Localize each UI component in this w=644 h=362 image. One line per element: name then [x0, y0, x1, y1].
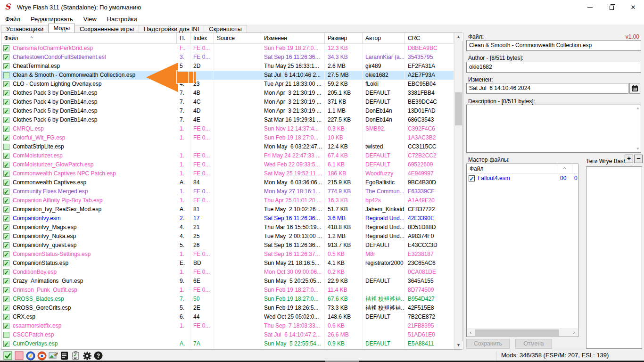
- cancel-button[interactable]: Отмена: [515, 339, 552, 349]
- image-edit-icon[interactable]: [48, 351, 58, 361]
- master-checkbox[interactable]: [469, 175, 475, 181]
- mod-row[interactable]: CRX.esp6.44Wed Oct 25 05:02:0...148.6 KB…: [1, 313, 454, 321]
- mod-row[interactable]: ComMoisturizer_GlowPatch.esp1.FE 0...Wed…: [1, 160, 454, 169]
- mod-checkbox-checked[interactable]: [3, 233, 9, 239]
- mod-checkbox-checked[interactable]: [3, 269, 9, 275]
- mod-checkbox-checked[interactable]: [3, 90, 9, 96]
- mod-row[interactable]: CharismaToCharmPerkGrid.espF..FE 0...Sun…: [1, 44, 454, 53]
- column-header[interactable]: Автор: [363, 33, 405, 43]
- description-textarea[interactable]: ▲ ▼: [466, 105, 641, 153]
- mod-row[interactable]: CompanionIvy_quest.esp5.26Sat Sep 16 11:…: [1, 241, 454, 250]
- scroll-down-arrow[interactable]: ▼: [454, 341, 462, 349]
- mod-row[interactable]: CROSS_GoreCrits.esp5.2ESun Feb 19 18:26:…: [1, 304, 454, 313]
- column-header[interactable]: CRC: [405, 33, 454, 43]
- mod-row[interactable]: Clothes Pack 5 by DonEb14n.esp7.4DMon Ap…: [1, 107, 454, 115]
- mod-checkbox-checked[interactable]: [3, 189, 9, 195]
- mod-row[interactable]: CumOverlays.espA.7ASun May 5 22:55:54...…: [1, 339, 454, 348]
- mod-row[interactable]: Colorful_Wit_FG.esp1.FE 0...Sun Feb 19 1…: [1, 133, 454, 142]
- mod-checkbox-unchecked[interactable]: [3, 144, 9, 150]
- author-input[interactable]: okie1682: [466, 62, 641, 73]
- mod-checkbox-checked[interactable]: [3, 287, 9, 293]
- save-button[interactable]: Сохранить: [466, 339, 510, 349]
- mod-row[interactable]: CMRQL.esp1.FE 0...Sun Nov 12 14:37:4...0…: [1, 124, 454, 133]
- mod-checkbox-checked[interactable]: [3, 206, 9, 213]
- clipboard-icon[interactable]: [71, 351, 81, 361]
- mod-row[interactable]: Companion_Ivy_RealSex_Mod.espA.81Tue May…: [1, 205, 454, 214]
- document-icon[interactable]: [59, 351, 69, 361]
- add-tag-button[interactable]: +: [625, 155, 633, 163]
- master-row[interactable]: Fallout4.esm000: [467, 174, 578, 183]
- mod-row[interactable]: CompanionIvy.esm2.17Sat Sep 16 11:26:36.…: [1, 214, 454, 223]
- pink-square-icon[interactable]: [14, 351, 24, 361]
- mod-row[interactable]: CompanionIvy_Mags.esp4.21Thu Mar 16 15:5…: [1, 223, 454, 232]
- desc-scroll-down-icon[interactable]: ▼: [636, 147, 640, 151]
- tab[interactable]: Сохраненные игры: [74, 25, 139, 33]
- mod-row[interactable]: CompanionIvy_Nuka.esp4.25Tue May 2 00:13…: [1, 232, 454, 241]
- menu-item[interactable]: Настройки: [102, 14, 142, 25]
- mod-row[interactable]: Clothes Pack 4 by DonEb14n.esp7.4CMon Ap…: [1, 98, 454, 107]
- mod-row[interactable]: ConditionBoy.esp1.FE 0...Mon Oct 30 09:0…: [1, 268, 454, 277]
- mod-checkbox-unchecked[interactable]: [3, 72, 9, 78]
- mod-row[interactable]: CharlestownCondoFullSettlement.esl3.FE 0…: [1, 53, 454, 62]
- mod-row[interactable]: csaarmorslotfix.esp1.FE 0...Thu Sep 7 18…: [1, 321, 454, 330]
- column-header[interactable]: Изменен: [261, 33, 325, 43]
- mod-row[interactable]: CROSS_Blades.esp7.50Sun Feb 19 18:27:0..…: [1, 295, 454, 304]
- modified-date-input[interactable]: Sat Jul 6 14:10:46 2024: [466, 83, 628, 94]
- file-name-input[interactable]: Clean & Smooth - Commonwealth Collection…: [466, 40, 641, 51]
- mod-checkbox-checked[interactable]: [3, 63, 9, 69]
- mod-row[interactable]: Commonwealth Captives NPC Patch.esp1.FE …: [1, 169, 454, 178]
- column-header[interactable]: Source: [214, 33, 261, 43]
- eye-icon[interactable]: [37, 351, 47, 361]
- mod-checkbox-checked[interactable]: [3, 296, 9, 302]
- masters-header[interactable]: Файл ^: [467, 164, 578, 174]
- mod-row[interactable]: CompanionStatus.espE.BDSun May 21 18:16:…: [1, 259, 454, 268]
- tags-box[interactable]: [586, 166, 642, 349]
- mod-checkbox-checked[interactable]: [3, 215, 9, 222]
- mod-row[interactable]: Companion Affinity Pip-Boy Tab.esp1.FE 0…: [1, 196, 454, 205]
- mod-checkbox-checked[interactable]: [3, 251, 9, 257]
- mod-checkbox-checked[interactable]: [3, 197, 9, 204]
- mod-checkbox-unchecked[interactable]: [3, 332, 9, 338]
- mod-row[interactable]: CompanionStatus-Settings.esp1.FE 0...Sat…: [1, 250, 454, 259]
- menu-item[interactable]: View: [78, 14, 102, 25]
- mod-row[interactable]: CombatStripLite.espMon May 6 03:22:47...…: [1, 142, 454, 151]
- close-button[interactable]: ✕: [622, 0, 644, 14]
- mod-checkbox-checked[interactable]: [3, 117, 9, 123]
- mod-row[interactable]: CheatTerminal.esp52DThu May 25 16:33:1..…: [1, 62, 454, 71]
- mod-row[interactable]: Clothes Pack 6 by DonEb14n.esp7.4ESat Ma…: [1, 115, 454, 124]
- mod-checkbox-checked[interactable]: [3, 162, 9, 168]
- remove-tag-button[interactable]: −: [634, 155, 643, 163]
- mod-checkbox-checked[interactable]: [3, 126, 9, 132]
- menu-item[interactable]: Редактировать: [25, 14, 78, 25]
- mod-checkbox-checked[interactable]: [3, 81, 9, 87]
- tab[interactable]: Установщики: [1, 25, 49, 33]
- mod-checkbox-checked[interactable]: [3, 278, 9, 284]
- mod-checkbox-checked[interactable]: [3, 153, 9, 159]
- restore-button[interactable]: [601, 0, 622, 14]
- mod-row[interactable]: Crimson_Punk_Outfit.esp1.FE 0...Sun Feb …: [1, 286, 454, 295]
- scroll-up-arrow[interactable]: ▲: [454, 33, 462, 41]
- mod-checkbox-checked[interactable]: [3, 180, 9, 186]
- mod-checkbox-checked[interactable]: [3, 323, 9, 329]
- mod-row[interactable]: Crazy_Animations_Gun.esp9.6ESun May 5 20…: [1, 277, 454, 286]
- mod-row[interactable]: ComMoisturizer.esp1.FE 0...Fri May 24 22…: [1, 151, 454, 160]
- minimize-button[interactable]: [579, 0, 601, 14]
- mod-row[interactable]: Clean & Smooth - Commonwealth Collection…: [1, 71, 454, 80]
- gear-icon[interactable]: [82, 351, 92, 361]
- mod-row[interactable]: Community Fixes Merged.esp1.FE 0...Mon M…: [1, 187, 454, 196]
- scrollbar-thumb[interactable]: [455, 92, 462, 125]
- mod-row[interactable]: Clothes Pack 3 by DonEb14n.esp7.4BMon Ap…: [1, 89, 454, 98]
- mod-checkbox-checked[interactable]: [3, 260, 9, 266]
- desc-scroll-up-icon[interactable]: ▲: [636, 107, 640, 110]
- column-header[interactable]: Размер: [325, 33, 363, 43]
- mod-row[interactable]: CSCCPatch.espSat Jul 6 14:10:47 2...26.6…: [1, 330, 454, 339]
- mod-checkbox-checked[interactable]: [3, 45, 9, 51]
- mod-checkbox-checked[interactable]: [3, 99, 9, 105]
- scroll-left-arrow[interactable]: ‹: [467, 329, 475, 337]
- menu-item[interactable]: Файл: [0, 14, 25, 25]
- mod-row[interactable]: CLO - Custom Lighting Overlay.esp4.23Tue…: [1, 80, 454, 89]
- mod-checkbox-checked[interactable]: [3, 305, 9, 311]
- masters-horizontal-scrollbar[interactable]: ‹ ›: [467, 329, 578, 337]
- masters-scrollbar-thumb[interactable]: [475, 329, 559, 336]
- green-checkbox-icon[interactable]: [3, 351, 13, 361]
